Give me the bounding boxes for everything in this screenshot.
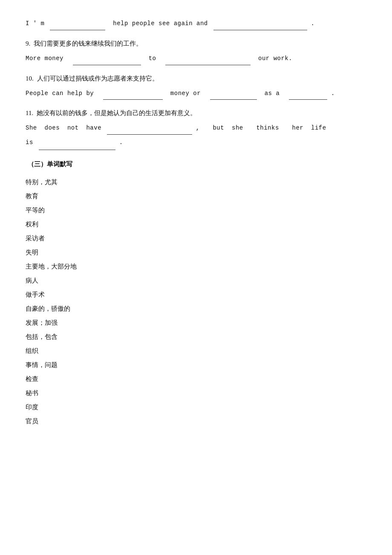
vocab-item-4: 权利 [26,217,366,231]
vocab-item-7: 主要地，大部分地 [26,260,366,274]
vocab-item-14: 事情，问题 [26,358,366,372]
vocab-item-2: 教育 [26,189,366,203]
sentence-11-chinese: 她没有以前的钱多，但是她认为自己的生活更加有意义。 [37,110,196,116]
vocab-item-10: 自豪的，骄傲的 [26,302,366,316]
s11-period: . [119,139,123,146]
vocab-list: 特别，尤其 教育 平等的 权利 采访者 失明 主要地，大部分地 病人 做手术 自… [26,175,366,428]
s11-comma: , [196,124,208,131]
s10-word-people: People can help by [26,90,98,97]
vocab-item-6: 失明 [26,246,366,260]
s8-blank-2[interactable] [213,23,307,30]
s10-blank-1[interactable] [103,92,163,100]
sentence-9-number: 9. [26,40,30,47]
s11-word-is: is [26,139,33,146]
vocab-item-18: 官员 [26,414,366,428]
sentence-9: 9. 我们需要更多的钱来继续我们的工作。 More money to our w… [26,38,366,65]
s11-word-her: her life [285,124,326,131]
vocab-item-1: 特别，尤其 [26,175,366,189]
vocab-item-15: 检查 [26,372,366,386]
s10-word-money: money or [167,90,205,97]
s10-blank-3[interactable] [289,92,327,100]
s8-word-help: help people see again and [109,20,208,27]
vocab-item-12: 包括，包含 [26,330,366,344]
s11-word-thinks: thinks [256,124,279,131]
sentence-9-chinese: 我们需要更多的钱来继续我们的工作。 [34,40,142,47]
sentence-11-english-line1: She does not have , but she thinks her l… [26,121,366,135]
sentence-10-num-chinese: 10. 人们可以通过捐钱或作为志愿者来支持它。 [26,73,366,84]
vocab-item-3: 平等的 [26,203,366,217]
s10-word-as: as a [261,90,283,97]
s8-period: . [311,20,315,27]
s10-blank-2[interactable] [210,92,257,100]
s9-word-to: to [145,55,160,62]
s9-word-ourwork: our work. [254,55,292,62]
vocab-item-16: 秘书 [26,386,366,400]
vocab-item-9: 做手术 [26,288,366,302]
vocab-item-5: 采访者 [26,231,366,246]
s9-blank-2[interactable] [165,58,251,65]
sentence-10-number: 10. [26,75,34,82]
sentence-11: 11. 她没有以前的钱多，但是她认为自己的生活更加有意义。 She does n… [26,107,366,150]
s11-word-but: but she [213,124,251,131]
s11-blank-2[interactable] [39,142,115,150]
sentence-10-english: People can help by money or as a . [26,87,366,100]
vocab-item-8: 病人 [26,274,366,288]
vocab-item-17: 印度 [26,400,366,414]
s9-blank-1[interactable] [73,58,141,65]
sentence-9-english: More money to our work. [26,52,366,65]
vocab-item-11: 发展；加强 [26,316,366,330]
sentence-10: 10. 人们可以通过捐钱或作为志愿者来支持它。 People can help … [26,73,366,100]
sentence-11-num-chinese: 11. 她没有以前的钱多，但是她认为自己的生活更加有意义。 [26,107,366,119]
sentence-9-num-chinese: 9. 我们需要更多的钱来继续我们的工作。 [26,38,366,49]
sentence-11-english-line2: is . [26,136,366,150]
s11-blank-1[interactable] [107,127,192,135]
s11-word-she: She does not have [26,124,101,131]
sentence-8: I ' m help people see again and . [26,17,366,30]
s8-word-im: I ' m [26,20,45,27]
s10-period: . [331,90,335,97]
s9-word-more: More money [26,55,67,62]
vocab-item-13: 组织 [26,344,366,358]
section-title-vocab: （三）单词默写 [26,160,366,168]
sentence-8-english: I ' m help people see again and . [26,17,366,30]
sentence-11-number: 11. [26,110,33,116]
sentence-10-chinese: 人们可以通过捐钱或作为志愿者来支持它。 [37,75,159,82]
s8-blank-1[interactable] [50,23,105,30]
